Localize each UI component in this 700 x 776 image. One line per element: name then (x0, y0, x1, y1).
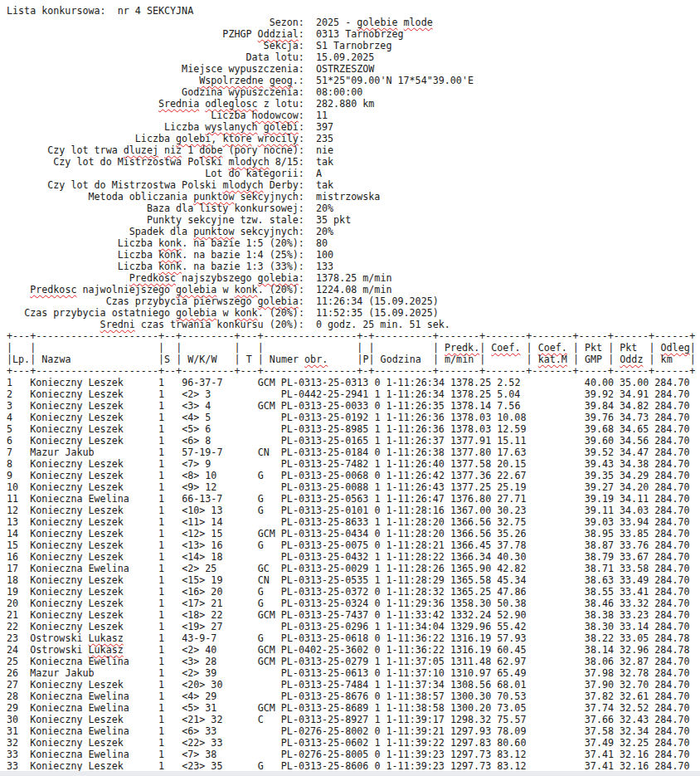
meta-line: PZHGP Oddzial: 0313 Tarnobrzeg (7, 28, 696, 40)
meta-line: Sekcja: S1 Tarnobrzeg (7, 40, 696, 51)
table-row: 33 Konieczny Leszek 1 <23> 35 G PL-0313-… (7, 760, 696, 772)
misspelled-word: wrocily (258, 133, 299, 144)
misspelled-word: konk (158, 261, 182, 272)
meta-line: Wspolrzedne geog.: 51*25"09.00'N 17*54"3… (7, 75, 696, 86)
misspelled-word: golebie (357, 17, 397, 28)
misspelled-word: punktow (193, 226, 234, 237)
misspelled-word: konk (234, 307, 257, 319)
misspelled-word: hodowcow (252, 110, 299, 121)
table-row: 1 Konieczny Leszek 1 96-37-7 GCM PL-0313… (7, 377, 696, 388)
table-row: 5 Konieczny Leszek 1 <5> 6 PL-0313-25-89… (7, 423, 696, 435)
meta-line: Srednia odleglosc z lotu: 282.880 km (7, 98, 696, 110)
misspelled-word: Coef. (491, 342, 520, 354)
table-row: 2 Konieczny Leszek 1 <2> 3 PL-0442-25-29… (7, 388, 696, 400)
meta-line: Czas przybycia ostatniego golebia w konk… (7, 307, 696, 319)
report-title: Lista konkursowa: nr 4 SEKCYJNA (7, 5, 696, 17)
table-row: 20 Konieczny Leszek 1 <17> 21 G PL-0313-… (7, 598, 696, 609)
table-row: 21 Konieczny Leszek 1 <18> 22 GCM PL-031… (7, 609, 696, 621)
misspelled-word: konk (158, 249, 182, 261)
table-border: +---+---------------------+--+---------+… (7, 365, 696, 377)
report-title-value: nr 4 SEKCYJNA (118, 5, 193, 17)
misspelled-word: wyslanych (205, 121, 257, 133)
misspelled-word: geog (270, 75, 293, 86)
table-row: 27 Konieczny Leszek 1 <20> 30 PL-0313-25… (7, 679, 696, 691)
misspelled-word: Coef. (538, 342, 567, 354)
misspelled-word: Predk. (445, 342, 479, 354)
meta-line: Liczba hodowcow: 11 (7, 110, 696, 121)
table-row: 11 Konieczna Ewelina 1 66-13-7 G PL-0313… (7, 493, 696, 505)
table-border: +---+---------------------+--+---------+… (7, 330, 696, 342)
meta-line: Liczba golebi, ktore wrocily: 235 (7, 133, 696, 144)
misspelled-word: punktow (193, 191, 234, 203)
misspelled-word: Sredni (100, 319, 135, 330)
table-header-row: | | | | | | | | | Predk.| Coef. | Coef. … (7, 342, 696, 354)
table-row: 23 Ostrowski Lukasz 1 43-9-7 G PL-0313-2… (7, 632, 696, 644)
table-row: 22 Konieczny Leszek 1 <19> 27 PL-0313-25… (7, 621, 696, 632)
table-row: 3 Konieczny Leszek 1 <3> 4 GCM PL-0313-2… (7, 400, 696, 412)
misspelled-word: konk (234, 284, 257, 295)
meta-line: Czy lot do Mistrzostwa Polski mlodych De… (7, 179, 696, 191)
table-row: 30 Konieczny Leszek 1 <21> 32 C PL-0313-… (7, 714, 696, 725)
meta-line: Sredni czas trwania konkursu (20%): 0 go… (7, 319, 696, 330)
meta-line: Czas przybycia pierwszego golebia: 11:26… (7, 295, 696, 307)
misspelled-word: golebia (176, 307, 216, 319)
meta-line: Metoda obliczania punktow sekcyjnych: mi… (7, 191, 696, 203)
table-row: 29 Konieczna Ewelina 1 <5> 31 GCM PL-031… (7, 702, 696, 714)
meta-line: Punkty sekcyjne tzw. stale: 35 pkt (7, 214, 696, 226)
meta-line: Liczba konk. na bazie 1:4 (25%): 100 (7, 249, 696, 261)
table-row: 26 Mazur Jakub 1 <2> 39 PL-0313-25-0613 … (7, 667, 696, 679)
meta-line: Sezon: 2025 - golebie mlode (7, 17, 696, 28)
table-row: 16 Konieczny Leszek 1 <14> 18 PL-0313-25… (7, 551, 696, 563)
misspelled-word: Odleg (661, 342, 690, 354)
table-row: 17 Konieczna Ewelina 1 <2> 25 GC PL-0313… (7, 563, 696, 574)
misspelled-word: Lukasz (89, 632, 124, 644)
misspelled-word: mlode (404, 17, 433, 28)
table-row: 15 Konieczny Leszek 1 <13> 16 G PL-0313-… (7, 539, 696, 551)
misspelled-word: kat.M (538, 354, 567, 365)
misspelled-word: golebia (258, 272, 299, 284)
table-row: 10 Konieczny Leszek 1 <9> 12 PL-0313-25-… (7, 481, 696, 493)
table-row: 7 Mazur Jakub 1 57-19-7 CN PL-0313-25-01… (7, 447, 696, 458)
misspelled-word: mlodych (222, 179, 263, 191)
meta-line: Predkosc najszybszego golebia: 1378.25 m… (7, 272, 696, 284)
meta-line: Baza dla listy konkursowej: 20% (7, 203, 696, 214)
misspelled-word: Oddzial (258, 28, 299, 40)
table-row: 18 Konieczny Leszek 1 <15> 19 CN PL-0313… (7, 574, 696, 586)
misspelled-word: dobe (199, 144, 222, 156)
meta-line: Data lotu: 15.09.2025 (7, 51, 696, 63)
misspelled-word: golebi (176, 133, 211, 144)
misspelled-word: Lukasz (89, 644, 124, 656)
misspelled-word: konk (158, 237, 182, 249)
misspelled-word: Srednia (158, 98, 199, 110)
meta-line: Predkosc najwolniejszego golebia w konk.… (7, 284, 696, 295)
meta-line: Liczba konk. na bazie 1:3 (33%): 133 (7, 261, 696, 272)
table-row: 12 Konieczny Leszek 1 <10> 13 G PL-0313-… (7, 505, 696, 516)
table-row: 32 Konieczny Leszek 1 <22> 33 PL-0313-25… (7, 737, 696, 749)
table-row: 28 Konieczna Ewelina 1 <4> 29 PL-0313-25… (7, 691, 696, 702)
meta-line: Godzina wypuszczenia: 08:00:00 (7, 86, 696, 98)
report-title-label: Lista konkursowa: (7, 5, 106, 17)
meta-line: Miejsce wypuszczenia: OSTRZESZOW (7, 63, 696, 75)
table-row: 8 Konieczny Leszek 1 <7> 9 PL-0313-25-74… (7, 458, 696, 470)
misspelled-word: mlodych (228, 156, 269, 168)
meta-line: Lot do kategorii: A (7, 168, 696, 179)
misspelled-word: golebia (258, 295, 299, 307)
window-bottom-strip (0, 771, 700, 776)
meta-line: Liczba wyslanych golebi: 397 (7, 121, 696, 133)
meta-line: Czy lot do Mistrzostwa Polski mlodych 8/… (7, 156, 696, 168)
misspelled-word: Oddz (620, 354, 643, 365)
misspelled-word: golebi (264, 121, 299, 133)
misspelled-word: niz (164, 144, 182, 156)
table-header-row: |Lp.| Nazwa |S | W/K/W | T | Numer obr. … (7, 354, 696, 365)
misspelled-word: Predkosc (129, 272, 176, 284)
table-row: 31 Konieczna Ewelina 1 <6> 33 PL-0276-25… (7, 725, 696, 737)
misspelled-word: ktore (222, 133, 251, 144)
table-row: 24 Ostrowski Lukasz 1 <2> 40 GCM PL-0402… (7, 644, 696, 656)
table-row: 6 Konieczny Leszek 1 <6> 8 PL-0313-25-01… (7, 435, 696, 447)
table-row: 33 Konieczna Ewelina 1 <7> 38 PL-0276-25… (7, 749, 696, 760)
misspelled-word: dluzej (124, 144, 158, 156)
misspelled-word: obr. (304, 354, 328, 365)
table-row: 14 Konieczny Leszek 1 <12> 15 GCM PL-031… (7, 528, 696, 539)
misspelled-word: odleglosc (205, 98, 257, 110)
misspelled-word: Wspolrzedne (199, 75, 263, 86)
